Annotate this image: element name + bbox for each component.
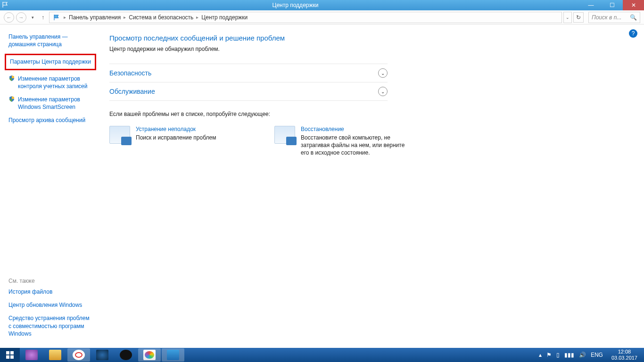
address-dropdown[interactable]: ⌄ [563,12,572,23]
tray-chevron-icon[interactable]: ▴ [539,352,542,358]
navbar: ← → ▾ ↑ ▸ Панель управления ▸ Система и … [0,10,644,25]
expander-title: Безопасность [109,69,151,77]
svg-rect-3 [10,355,14,359]
recovery-icon [274,126,295,144]
action-center-window: Центр поддержки — ☐ ✕ ← → ▾ ↑ ▸ Панель у… [0,0,644,348]
chevron-down-icon: ⌄ [378,68,388,78]
taskbar-browser[interactable] [67,348,90,362]
clock[interactable]: 12:08 03.03.2017 [608,349,641,361]
not-listed-text: Если вашей проблемы нет в списке, попроб… [109,111,633,117]
forward-button[interactable]: → [16,12,26,23]
clock-time: 12:08 [611,349,637,355]
chevron-right-icon[interactable]: ▸ [122,15,128,20]
chevron-right-icon[interactable]: ▸ [194,15,200,20]
taskbar-app[interactable] [91,348,114,362]
breadcrumb-item[interactable]: Система и безопасность [129,14,193,21]
clock-date: 03.03.2017 [611,355,637,361]
card-troubleshoot[interactable]: Устранение неполадок Поиск и исправление… [109,126,246,157]
sidebar-item-archive[interactable]: Просмотр архива сообщений [8,116,92,124]
network-icon[interactable]: ▮▮▮ [564,352,574,358]
seealso-heading: См. также [8,278,92,284]
svg-rect-0 [6,351,9,354]
sidebar-item-smartscreen[interactable]: Изменение параметров Windows SmartScreen [8,96,92,111]
expander-maintenance[interactable]: Обслуживание ⌄ [109,82,388,101]
chevron-right-icon[interactable]: ▸ [62,15,68,20]
taskbar-steam[interactable] [115,348,137,362]
sidebar-item-label: Изменение параметров Windows SmartScreen [18,96,92,111]
page-heading: Просмотр последних сообщений и решение п… [109,34,633,42]
close-button[interactable]: ✕ [623,0,644,10]
taskbar-control-panel[interactable] [162,348,184,362]
svg-rect-1 [10,351,14,354]
breadcrumb-item[interactable]: Центр поддержки [201,14,248,21]
seealso-link[interactable]: Центр обновления Windows [8,301,92,309]
sidebar-item-label: Параметры Центра поддержки [10,58,91,65]
start-button[interactable] [0,348,20,362]
maximize-button[interactable]: ☐ [602,0,623,10]
sidebar-home-link[interactable]: Панель управления — домашняя страница [8,33,92,48]
svg-rect-2 [6,355,9,359]
window-controls: — ☐ ✕ [580,0,644,10]
taskbar-paint[interactable] [138,348,161,362]
cards-row: Устранение неполадок Поиск и исправление… [109,126,633,157]
card-title: Устранение неполадок [136,126,216,132]
content-area: ? Просмотр последних сообщений и решение… [98,25,644,348]
flag-icon [0,1,10,9]
address-bar[interactable]: ▸ Панель управления ▸ Система и безопасн… [49,12,562,23]
taskbar-explorer[interactable] [44,348,66,362]
system-tray: ▴ ⚑ ▯ ▮▮▮ 🔊 ENG 12:08 03.03.2017 [536,349,644,361]
sidebar: Панель управления — домашняя страница Па… [0,25,98,348]
titlebar: Центр поддержки — ☐ ✕ [0,0,644,10]
breadcrumb-item[interactable]: Панель управления [69,14,121,21]
flag-icon[interactable]: ⚑ [546,352,552,358]
page-subtext: Центр поддержки не обнаружил проблем. [109,46,633,52]
chevron-down-icon: ⌄ [378,87,388,96]
language-indicator[interactable]: ENG [591,352,603,358]
card-desc: Поиск и исправление проблем [136,134,216,141]
shield-icon [8,96,15,102]
volume-icon[interactable]: 🔊 [579,352,586,358]
search-icon: 🔍 [630,14,637,21]
minimize-button[interactable]: — [580,0,602,10]
card-recovery[interactable]: Восстановление Восстановите свой компьют… [274,126,411,157]
refresh-button[interactable]: ↻ [573,12,584,23]
card-desc: Восстановите свой компьютер, не затрагив… [301,134,411,157]
expander-security[interactable]: Безопасность ⌄ [109,64,388,82]
expander-title: Обслуживание [109,88,155,95]
help-button[interactable]: ? [629,29,637,38]
search-input[interactable]: Поиск в п... 🔍 [588,12,640,23]
search-placeholder: Поиск в п... [592,14,621,21]
history-dropdown[interactable]: ▾ [28,15,37,20]
battery-icon[interactable]: ▯ [556,352,560,358]
sidebar-item-label: Изменение параметров контроля учетных за… [18,75,92,90]
troubleshoot-icon [109,126,130,144]
seealso-link[interactable]: Средство устранения проблем с совместимо… [8,314,92,337]
taskbar: ▴ ⚑ ▯ ▮▮▮ 🔊 ENG 12:08 03.03.2017 [0,348,644,362]
window-title: Центр поддержки [10,2,580,8]
flag-icon [52,13,61,22]
seealso-link[interactable]: История файлов [8,288,92,296]
body: Панель управления — домашняя страница Па… [0,25,644,348]
taskbar-app[interactable] [20,348,43,362]
back-button[interactable]: ← [4,12,14,23]
card-title: Восстановление [301,126,411,132]
sidebar-highlighted-item[interactable]: Параметры Центра поддержки [5,54,96,70]
shield-icon [8,75,15,82]
sidebar-item-uac[interactable]: Изменение параметров контроля учетных за… [8,75,92,90]
up-button[interactable]: ↑ [39,13,47,22]
